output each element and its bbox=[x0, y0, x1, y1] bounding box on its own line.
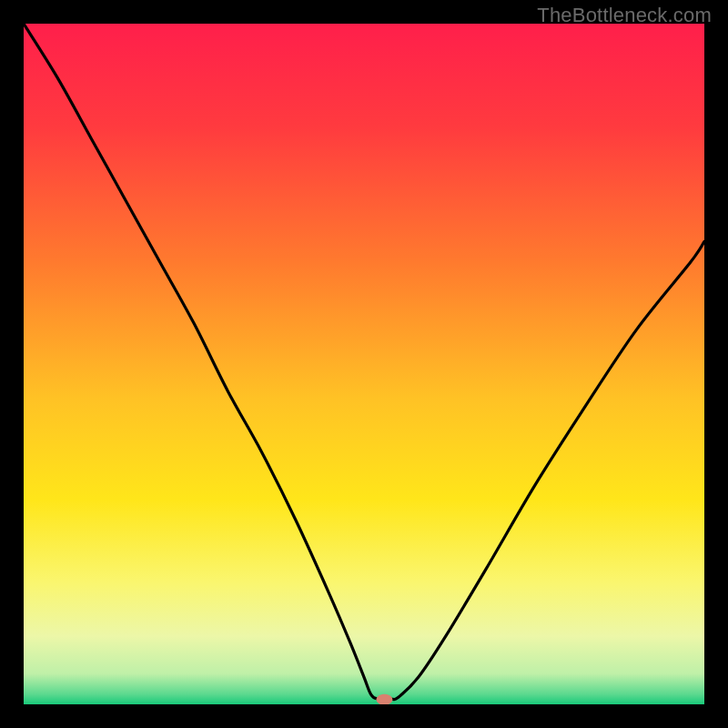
watermark-text: TheBottleneck.com bbox=[537, 4, 712, 27]
chart-svg bbox=[24, 24, 704, 704]
chart-container: TheBottleneck.com bbox=[0, 0, 728, 728]
gradient-background bbox=[24, 24, 704, 704]
plot-area bbox=[24, 24, 704, 704]
